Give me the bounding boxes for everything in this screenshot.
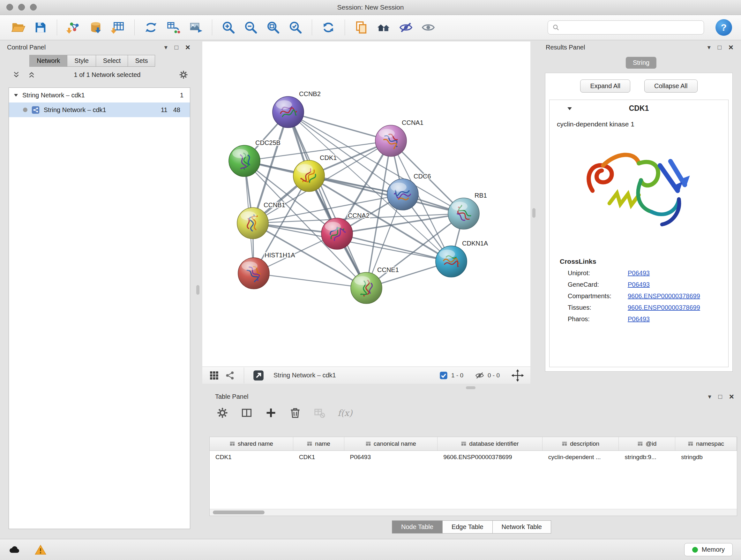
table-panel-close-icon[interactable]: × <box>729 392 734 401</box>
network-options-gear-icon[interactable] <box>179 70 188 79</box>
network-from-table-button[interactable] <box>164 18 183 37</box>
network-node-cdc25b[interactable] <box>229 145 260 177</box>
hidden-eye-slash-icon[interactable] <box>475 371 484 380</box>
grid-mode-icon[interactable] <box>209 370 219 381</box>
hide-selected-button[interactable] <box>397 18 415 37</box>
zoom-in-button[interactable] <box>219 18 238 37</box>
refresh-icon <box>321 20 336 35</box>
clone-network-button[interactable] <box>142 18 160 37</box>
import-table-from-file-button[interactable] <box>109 18 127 37</box>
network-node-ccna2[interactable] <box>321 218 353 249</box>
import-network-from-database-button[interactable] <box>86 18 105 37</box>
home-button[interactable] <box>374 18 393 37</box>
save-session-button[interactable] <box>31 18 50 37</box>
search-input[interactable] <box>562 23 700 31</box>
scrollbar-thumb[interactable] <box>213 510 265 514</box>
show-columns-icon[interactable] <box>241 407 253 419</box>
crosslink-value-link[interactable]: 9606.ENSP00000378699 <box>628 293 700 300</box>
open-session-button[interactable] <box>9 18 27 37</box>
control-panel-collapse-icon[interactable]: ▾ <box>164 44 167 51</box>
column-header[interactable]: shared name <box>210 437 293 450</box>
memory-button[interactable]: Memory <box>684 543 733 556</box>
string-tab-badge[interactable]: String <box>626 57 657 69</box>
column-header[interactable]: name <box>293 437 344 450</box>
table-cell[interactable]: CDK1 <box>210 454 293 461</box>
zoom-fit-button[interactable] <box>264 18 282 37</box>
network-overview-icon[interactable] <box>225 370 235 381</box>
network-row[interactable]: String Network – cdk1 11 48 <box>9 103 190 117</box>
warning-icon[interactable] <box>35 544 47 556</box>
add-column-plus-icon[interactable] <box>265 407 277 419</box>
network-node-cdkn1a[interactable] <box>435 246 467 277</box>
table-cell[interactable]: P06493 <box>344 454 438 461</box>
column-header[interactable]: canonical name <box>344 437 438 450</box>
crosslink-value-link[interactable]: P06493 <box>628 269 650 277</box>
table-cell[interactable]: CDK1 <box>293 454 344 461</box>
copy-document-button[interactable] <box>352 18 370 37</box>
table-options-gear-icon[interactable] <box>216 407 228 419</box>
left-splitter-handle[interactable] <box>196 285 199 295</box>
network-node-ccnb1[interactable] <box>237 207 268 239</box>
collapse-all-networks-icon[interactable] <box>27 71 36 79</box>
fit-content-crosshair-icon[interactable] <box>511 369 524 382</box>
network-graph[interactable]: CCNB2CCNA1CDC25BCDK1CDC6RB1CCNB1CCNA2CDK… <box>202 42 530 367</box>
zoom-out-button[interactable] <box>242 18 260 37</box>
zoom-selected-button[interactable] <box>286 18 305 37</box>
column-header[interactable]: @id <box>619 437 675 450</box>
network-node-ccnb2[interactable] <box>273 97 304 128</box>
tab-style[interactable]: Style <box>67 55 96 67</box>
expand-all-networks-icon[interactable] <box>12 71 20 79</box>
table-panel-collapse-icon[interactable]: ▾ <box>708 393 711 400</box>
table-cell[interactable]: stringdb <box>675 454 737 461</box>
delete-column-trash-icon[interactable] <box>289 407 301 419</box>
expand-all-button[interactable]: Expand All <box>580 79 630 92</box>
network-node-rb1[interactable] <box>448 198 479 229</box>
horizontal-splitter-handle[interactable] <box>466 386 475 389</box>
tab-sets[interactable]: Sets <box>128 55 155 67</box>
cloud-icon[interactable] <box>8 544 20 556</box>
tab-edge-table[interactable]: Edge Table <box>442 520 493 534</box>
tab-select[interactable]: Select <box>96 55 128 67</box>
table-cell[interactable]: 9606.ENSP00000378699 <box>437 454 542 461</box>
column-header[interactable]: description <box>542 437 619 450</box>
network-node-ccne1[interactable] <box>351 272 382 304</box>
network-node-hist1h1a[interactable] <box>238 258 269 289</box>
horizontal-scrollbar[interactable] <box>210 509 737 516</box>
results-panel-collapse-icon[interactable]: ▾ <box>708 44 711 51</box>
selected-checkbox-icon[interactable] <box>439 371 448 380</box>
results-panel-float-icon[interactable]: □ <box>718 44 722 51</box>
network-node-cdk1[interactable] <box>293 160 325 192</box>
refresh-view-button[interactable] <box>319 18 338 37</box>
tab-node-table[interactable]: Node Table <box>392 520 443 534</box>
table-cell[interactable]: cyclin-dependent ... <box>542 454 619 461</box>
right-splitter-handle[interactable] <box>532 208 536 218</box>
control-panel-close-icon[interactable]: × <box>185 43 190 51</box>
show-all-button[interactable] <box>419 18 437 37</box>
network-collection-row[interactable]: String Network – cdk1 1 <box>9 88 190 103</box>
results-panel-close-icon[interactable]: × <box>729 43 733 51</box>
tab-network-table[interactable]: Network Table <box>492 520 551 534</box>
table-panel-float-icon[interactable]: □ <box>718 393 722 400</box>
import-network-icon <box>66 20 81 35</box>
help-button[interactable]: ? <box>716 19 732 36</box>
export-network-icon[interactable] <box>253 369 265 381</box>
import-network-from-file-button[interactable] <box>64 18 83 37</box>
network-canvas[interactable]: CCNB2CCNA1CDC25BCDK1CDC6RB1CCNB1CCNA2CDK… <box>202 42 530 367</box>
crosslink-value-link[interactable]: P06493 <box>628 281 650 288</box>
tab-network[interactable]: Network <box>29 55 67 67</box>
collapse-all-button[interactable]: Collapse All <box>644 79 697 92</box>
crosslink-value-link[interactable]: 9606.ENSP00000378699 <box>628 304 700 311</box>
caret-down-icon[interactable] <box>13 92 18 98</box>
table-row[interactable]: CDK1CDK1P064939606.ENSP00000378699cyclin… <box>210 451 737 463</box>
column-header[interactable]: namespac <box>675 437 737 450</box>
table-cell[interactable]: stringdb:9... <box>619 454 675 461</box>
network-node-ccna1[interactable] <box>375 125 407 157</box>
export-image-button[interactable] <box>186 18 205 37</box>
network-edge[interactable] <box>288 112 366 288</box>
column-header[interactable]: database identifier <box>437 437 542 450</box>
control-panel-float-icon[interactable]: □ <box>175 44 179 51</box>
crosslink-value-link[interactable]: P06493 <box>628 315 650 323</box>
network-node-cdc6[interactable] <box>387 179 418 210</box>
network-edge[interactable] <box>254 273 366 288</box>
search-field[interactable] <box>548 20 704 35</box>
